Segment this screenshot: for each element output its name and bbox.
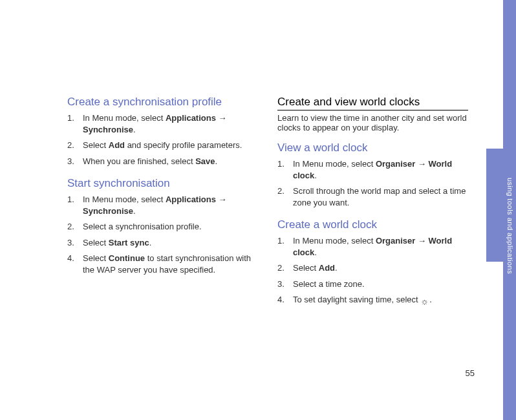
- list-item: In Menu mode, select Applications → Sync…: [67, 112, 258, 135]
- list-view-world-clock: In Menu mode, select Organiser → World c…: [277, 158, 468, 208]
- list-create-world-clock: In Menu mode, select Organiser → World c…: [277, 235, 468, 306]
- sun-icon: [420, 296, 429, 305]
- section-side-label: using tools and applications: [506, 178, 514, 274]
- list-item: In Menu mode, select Organiser → World c…: [277, 158, 468, 181]
- list-item: When you are finished, select Save.: [67, 156, 258, 167]
- list-item: In Menu mode, select Organiser → World c…: [277, 235, 468, 258]
- heading-view-world-clock: View a world clock: [277, 142, 468, 154]
- list-item: Select Add.: [277, 262, 468, 274]
- heading-world-clocks-main: Create and view world clocks: [277, 96, 468, 110]
- list-item: To set daylight saving time, select .: [277, 294, 468, 306]
- left-column: Create a synchronisation profile In Menu…: [67, 96, 258, 316]
- heading-start-sync: Start synchronisation: [67, 177, 258, 190]
- list-item: Select Start sync.: [67, 237, 258, 249]
- list-item: Select a time zone.: [277, 278, 468, 290]
- list-item: Select a synchronisation profile.: [67, 221, 258, 233]
- list-item: Select Add and specify profile parameter…: [67, 140, 258, 151]
- page-content: Create a synchronisation profile In Menu…: [67, 96, 468, 316]
- list-item: Scroll through the world map and select …: [277, 185, 468, 208]
- list-item: Select Continue to start synchronisation…: [67, 253, 258, 275]
- list-start-sync: In Menu mode, select Applications → Sync…: [67, 194, 258, 275]
- heading-create-sync-profile: Create a synchronisation profile: [67, 96, 258, 109]
- list-create-sync-profile: In Menu mode, select Applications → Sync…: [67, 112, 258, 167]
- intro-world-clocks: Learn to view the time in another city a…: [277, 113, 468, 132]
- list-item: In Menu mode, select Applications → Sync…: [67, 194, 258, 216]
- page-number: 55: [466, 368, 475, 378]
- heading-create-world-clock: Create a world clock: [277, 218, 468, 231]
- right-column: Create and view world clocks Learn to vi…: [277, 96, 468, 316]
